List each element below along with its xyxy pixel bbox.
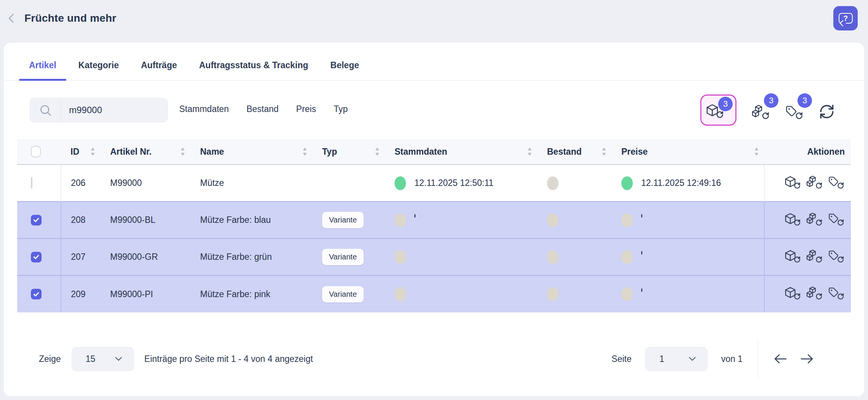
entries-summary: Einträge pro Seite mit 1 - 4 von 4 angez… [144,354,313,364]
filter-typ[interactable]: Typ [334,104,348,114]
sync-article-badge: 3 [718,97,733,111]
search-input[interactable] [61,105,156,115]
status-dot-beige [395,213,406,227]
cubes-sync-icon[interactable] [806,213,823,228]
row-checkbox[interactable] [31,177,32,189]
table-row-selected: 208 M99000-BL Mütze Farbe: blau Variante [17,202,851,238]
cube-sync-icon[interactable] [785,213,801,228]
help-icon: ? [839,13,853,24]
sort-icon-name[interactable] [302,147,307,156]
sync-prices-badge: 3 [797,93,812,108]
table-header-row: ID Artikel Nr. Name Typ Stammdaten Besta… [17,139,851,165]
pagination-bar: Zeige 15 Einträge pro Seite mit 1 - 4 vo… [17,340,851,378]
tag-sync-icon[interactable] [828,286,845,302]
cell-actions [764,238,851,275]
sort-icon-typ[interactable] [375,147,380,156]
tab-belege[interactable]: Belege [331,60,359,80]
filter-bestand[interactable]: Bestand [246,104,278,114]
row-checkbox-checked[interactable] [31,252,42,262]
sort-icon-id[interactable] [90,147,95,156]
status-dot-green [621,176,633,190]
footer-divider [758,340,758,378]
cube-sync-icon[interactable] [785,286,801,302]
cell-type: Variante [313,275,385,312]
cell-stammdaten [385,202,537,238]
cubes-sync-icon[interactable] [806,176,823,191]
tab-bar: Artikel Kategorie Aufträge Auftragsstatu… [4,43,864,81]
total-pages: von 1 [721,354,743,364]
column-header-aktionen: Aktionen [807,147,845,157]
tab-kategorie[interactable]: Kategorie [79,60,119,80]
column-header-bestand: Bestand [547,147,582,157]
cubes-sync-icon [752,105,770,122]
cell-name: Mütze Farbe: pink [191,275,313,312]
sort-icon-bestand[interactable] [602,147,606,156]
status-dot-beige [621,287,633,301]
stammdaten-timestamp: 12.11.2025 12:50:11 [414,178,494,188]
cell-bestand [537,165,612,202]
cell-preise: 12.11.2025 12:49:16 [612,165,764,202]
empty-value-mark [641,251,642,254]
cell-id: 209 [61,275,101,312]
cubes-sync-icon[interactable] [806,286,823,302]
sync-prices-button[interactable]: 3 [785,105,804,122]
empty-value-mark [641,288,642,292]
status-dot-gray [547,176,558,190]
variante-badge: Variante [322,286,364,302]
next-page-arrow-icon[interactable] [799,353,815,365]
sort-icon-stammdaten[interactable] [527,147,532,156]
cell-stammdaten [385,238,537,275]
cell-bestand [537,202,612,238]
cubes-sync-icon[interactable] [806,250,823,265]
filter-preis[interactable]: Preis [296,104,316,114]
row-checkbox-checked[interactable] [31,289,42,299]
status-dot-beige [395,250,406,264]
row-checkbox-checked[interactable] [31,215,42,226]
status-dot-beige [547,250,558,264]
cube-sync-icon[interactable] [785,176,801,191]
cell-preise [612,202,764,238]
tab-artikel[interactable]: Artikel [29,60,56,80]
sync-stock-button[interactable]: 3 [752,105,770,122]
cell-stammdaten: 12.11.2025 12:50:11 [385,165,537,202]
chevron-down-icon [114,354,124,364]
column-header-stammdaten: Stammdaten [395,147,447,157]
cell-article-no: M99000 [101,165,191,202]
tag-sync-icon[interactable] [828,176,845,191]
sort-icon-preise[interactable] [754,147,759,156]
sync-article-button[interactable]: 3 [700,94,736,126]
help-icon-glyph: ? [843,14,848,23]
empty-value-mark [414,214,416,218]
sort-icon-artikel-nr[interactable] [180,147,185,156]
cube-sync-icon[interactable] [785,250,801,265]
tab-auftragsstatus-tracking[interactable]: Auftragsstatus & Tracking [199,60,308,80]
tag-sync-icon[interactable] [828,250,845,265]
select-all-checkbox[interactable] [31,146,41,157]
cell-name: Mütze Farbe: blau [191,202,313,238]
table-row-selected: 207 M99000-GR Mütze Farbe: grün Variante [17,238,851,275]
cell-actions [764,202,851,238]
column-header-preise: Preise [621,147,648,157]
refresh-button[interactable] [819,103,837,120]
help-button[interactable]: ? [833,6,858,30]
cell-stammdaten [385,275,537,312]
page-select[interactable]: 1 [645,347,708,371]
tag-sync-icon [785,105,804,122]
search-icon [30,98,61,122]
status-dot-beige [621,250,633,264]
status-dot-beige [621,213,633,227]
back-button[interactable] [6,13,18,24]
cell-bestand [537,275,612,312]
page-size-select[interactable]: 15 [72,347,134,371]
tag-sync-icon[interactable] [828,213,845,228]
tab-auftraege[interactable]: Aufträge [141,60,177,80]
cell-id: 206 [61,165,101,202]
variante-badge: Variante [322,249,364,265]
previous-page-arrow-icon[interactable] [772,353,789,365]
empty-value-mark [641,214,642,218]
top-bar: Früchte und mehr ? [0,0,868,37]
filter-links: Stammdaten Bestand Preis Typ [179,104,348,114]
table-row: 206 M99000 Mütze 12.11.2025 12:50:11 12.… [17,165,851,202]
column-header-artikel-nr: Artikel Nr. [110,147,152,157]
filter-stammdaten[interactable]: Stammdaten [179,104,229,114]
